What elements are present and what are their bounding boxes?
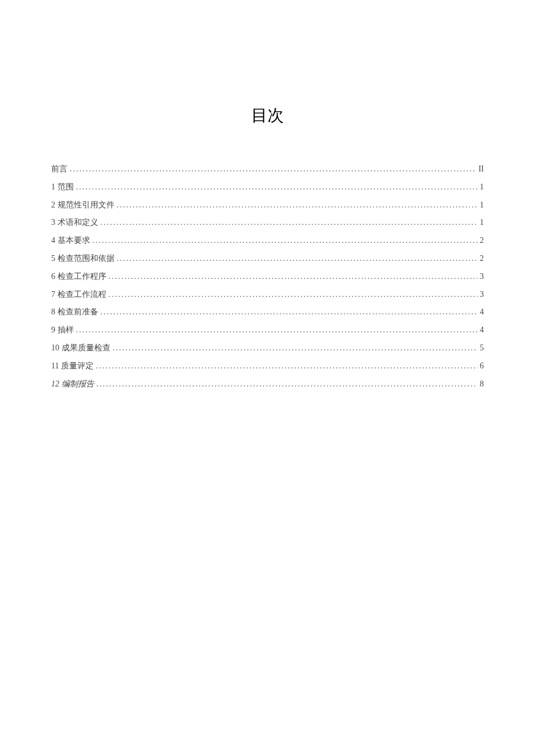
toc-entry-page: 4 bbox=[480, 321, 484, 339]
toc-dots bbox=[101, 214, 478, 232]
toc-title: 目次 bbox=[51, 105, 484, 127]
toc-entry-label: 11 质量评定 bbox=[51, 357, 94, 375]
toc-entry-page: 1 bbox=[480, 214, 484, 232]
toc-entry: 5 检查范围和依据2 bbox=[51, 250, 484, 268]
table-of-contents: 前言II1 范围12 规范性引用文件13 术语和定义14 基本要求25 检查范围… bbox=[51, 160, 484, 393]
toc-entry-label: 5 检查范围和依据 bbox=[51, 250, 115, 268]
toc-entry-label: 8 检查前准备 bbox=[51, 303, 98, 321]
toc-dots bbox=[96, 357, 477, 375]
toc-entry-page: 4 bbox=[480, 303, 484, 321]
toc-entry: 前言II bbox=[51, 160, 484, 178]
toc-entry: 1 范围1 bbox=[51, 178, 484, 196]
toc-entry: 6 检查工作程序3 bbox=[51, 268, 484, 286]
toc-entry-label: 7 检查工作流程 bbox=[51, 286, 106, 304]
toc-entry: 7 检查工作流程3 bbox=[51, 286, 484, 304]
toc-dots bbox=[109, 286, 478, 304]
toc-dots bbox=[117, 196, 478, 214]
toc-dots bbox=[76, 321, 478, 339]
toc-dots bbox=[109, 268, 478, 286]
toc-entry-label: 10 成果质量检查 bbox=[51, 339, 110, 357]
toc-entry-page: 6 bbox=[480, 357, 484, 375]
toc-dots bbox=[92, 232, 478, 250]
toc-entry: 4 基本要求2 bbox=[51, 232, 484, 250]
toc-dots bbox=[70, 160, 476, 178]
toc-entry-page: 8 bbox=[480, 375, 484, 393]
toc-entry: 9 抽样4 bbox=[51, 321, 484, 339]
toc-entry: 8 检查前准备4 bbox=[51, 303, 484, 321]
toc-entry: 3 术语和定义1 bbox=[51, 214, 484, 232]
toc-entry-page: 5 bbox=[480, 339, 484, 357]
toc-entry-page: 2 bbox=[480, 250, 484, 268]
toc-entry-label: 4 基本要求 bbox=[51, 232, 90, 250]
toc-entry-label: 2 规范性引用文件 bbox=[51, 196, 115, 214]
toc-entry-page: II bbox=[479, 160, 484, 178]
toc-entry: 2 规范性引用文件1 bbox=[51, 196, 484, 214]
toc-entry-label: 12 编制报告 bbox=[51, 375, 94, 393]
toc-entry-label: 前言 bbox=[51, 160, 67, 178]
toc-entry-label: 6 检查工作程序 bbox=[51, 268, 106, 286]
toc-entry-page: 1 bbox=[480, 196, 484, 214]
toc-dots bbox=[117, 250, 478, 268]
toc-dots bbox=[101, 303, 478, 321]
toc-dots bbox=[76, 178, 478, 196]
toc-entry-page: 3 bbox=[480, 268, 484, 286]
toc-entry: 12 编制报告8 bbox=[51, 375, 484, 393]
toc-entry-page: 3 bbox=[480, 286, 484, 304]
toc-entry: 11 质量评定6 bbox=[51, 357, 484, 375]
toc-dots bbox=[97, 375, 478, 393]
toc-dots bbox=[113, 339, 478, 357]
toc-entry: 10 成果质量检查5 bbox=[51, 339, 484, 357]
toc-entry-page: 2 bbox=[480, 232, 484, 250]
toc-entry-label: 9 抽样 bbox=[51, 321, 74, 339]
toc-entry-page: 1 bbox=[480, 178, 484, 196]
toc-entry-label: 1 范围 bbox=[51, 178, 74, 196]
toc-entry-label: 3 术语和定义 bbox=[51, 214, 98, 232]
